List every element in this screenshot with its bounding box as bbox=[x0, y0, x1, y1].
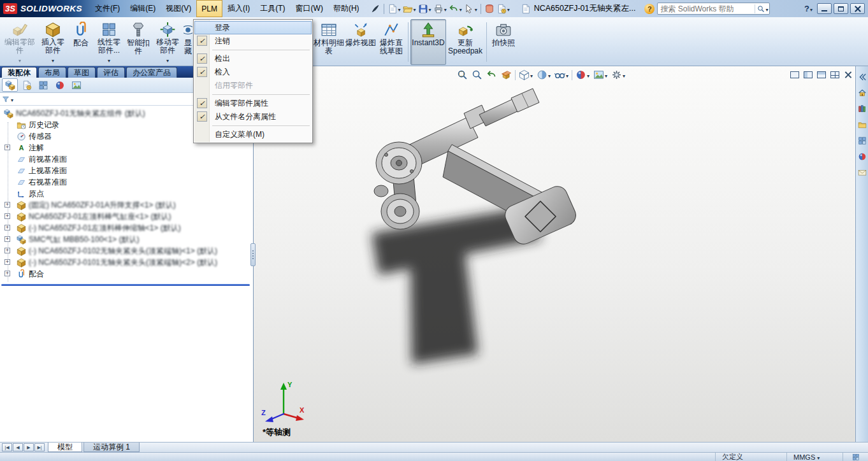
tree-item-right-plane[interactable]: 右视基准面 bbox=[0, 176, 253, 188]
close-button[interactable] bbox=[850, 3, 865, 14]
tree-item-mates[interactable]: 配合 bbox=[0, 268, 253, 280]
menu-file[interactable]: 文件(F) bbox=[90, 0, 125, 17]
menu-item-separate-properties-from-filename[interactable]: 从文件名分离属性 bbox=[194, 110, 312, 124]
collapse-task-pane-icon[interactable] bbox=[858, 73, 867, 82]
expand-icon[interactable] bbox=[4, 248, 10, 253]
menu-window[interactable]: 窗口(W) bbox=[291, 0, 328, 17]
tab-layout[interactable]: 布局 bbox=[38, 67, 66, 78]
tree-item-origin[interactable]: 原点 bbox=[0, 188, 253, 199]
bill-of-materials-button[interactable]: 材料明细表 bbox=[313, 19, 345, 65]
3d-model-canvas[interactable] bbox=[254, 66, 855, 442]
apply-scene-icon[interactable] bbox=[593, 69, 608, 81]
tree-item-component-4[interactable]: SMC气缸 MBB50-100<1> (默认) bbox=[0, 234, 253, 245]
expand-icon[interactable] bbox=[4, 259, 10, 265]
view-orientation-icon[interactable] bbox=[518, 69, 533, 81]
update-speedpak-button[interactable]: 更新 Speedpak bbox=[446, 19, 484, 65]
smart-fasteners-button[interactable]: 智能扣件 bbox=[124, 19, 152, 65]
display-manager-icon[interactable] bbox=[52, 78, 68, 92]
explode-line-sketch-button[interactable]: 爆炸直线草图 bbox=[377, 19, 406, 65]
dimxpert-manager-icon[interactable] bbox=[68, 78, 84, 92]
insert-component-button[interactable]: 插入零部件 bbox=[38, 19, 68, 65]
maximize-button[interactable] bbox=[834, 3, 848, 14]
single-pane-icon[interactable] bbox=[790, 71, 799, 78]
menu-view[interactable]: 视图(V) bbox=[161, 0, 196, 17]
expand-icon[interactable] bbox=[4, 271, 10, 276]
split-left-icon[interactable] bbox=[804, 71, 813, 78]
menu-item-check-in[interactable]: 检入 bbox=[194, 66, 312, 79]
pen-icon[interactable] bbox=[370, 3, 381, 15]
file-properties-icon[interactable] bbox=[496, 3, 510, 15]
panel-splitter-handle[interactable] bbox=[250, 243, 256, 266]
exploded-view-button[interactable]: 爆炸视图 bbox=[345, 19, 377, 65]
linear-pattern-button[interactable]: 线性零部件... bbox=[94, 19, 124, 65]
expand-icon[interactable] bbox=[4, 202, 10, 208]
menu-item-logout[interactable]: 注销 bbox=[194, 34, 312, 48]
show-hidden-components-button[interactable]: 显藏 bbox=[183, 19, 193, 65]
split-top-icon[interactable] bbox=[817, 71, 826, 78]
zoom-fit-icon[interactable] bbox=[456, 69, 468, 81]
mate-button[interactable]: 配合 bbox=[68, 19, 94, 65]
edit-component-button[interactable]: 编辑零部件 bbox=[2, 19, 38, 65]
feature-manager-icon[interactable] bbox=[2, 78, 18, 92]
menu-plm[interactable]: PLM bbox=[196, 0, 222, 17]
menu-tools[interactable]: 工具(T) bbox=[255, 0, 290, 17]
expand-icon[interactable] bbox=[4, 225, 10, 230]
tree-item-component-6[interactable]: (-) NCA650ZFJ-0101无轴夹紧夹头(顶紧端轴)<2> (默认) bbox=[0, 257, 253, 268]
filter-funnel-icon[interactable] bbox=[2, 96, 10, 103]
move-component-button[interactable]: 移动零部件 bbox=[152, 19, 183, 65]
graphics-viewport[interactable]: Y X Z *等轴测 bbox=[254, 66, 855, 442]
resources-home-icon[interactable] bbox=[858, 89, 867, 97]
units-indicator[interactable]: MMGS bbox=[786, 453, 843, 461]
instant3d-button[interactable]: Instant3D bbox=[410, 19, 446, 65]
tab-motion-study-1[interactable]: 运动算例 1 bbox=[83, 443, 140, 452]
tree-item-annotations[interactable]: 注解 bbox=[0, 142, 253, 153]
menu-item-check-out[interactable]: 检出 bbox=[194, 52, 312, 66]
help-icon[interactable] bbox=[644, 4, 655, 14]
design-library-icon[interactable] bbox=[858, 104, 867, 113]
chevron-down-icon[interactable] bbox=[11, 95, 13, 104]
open-folder-icon[interactable] bbox=[402, 3, 417, 15]
plm-vault-icon[interactable] bbox=[484, 3, 495, 15]
tab-model[interactable]: 模型 bbox=[48, 443, 82, 452]
tab-evaluate[interactable]: 评估 bbox=[97, 67, 125, 78]
expand-icon[interactable] bbox=[4, 236, 10, 242]
undo-icon[interactable] bbox=[448, 3, 463, 15]
save-icon[interactable] bbox=[417, 3, 432, 15]
new-document-icon[interactable] bbox=[387, 3, 401, 15]
hide-show-items-icon[interactable] bbox=[554, 69, 569, 81]
edit-appearance-icon[interactable] bbox=[575, 69, 590, 81]
menu-help[interactable]: 帮助(H) bbox=[328, 0, 365, 17]
four-pane-icon[interactable] bbox=[830, 71, 839, 78]
close-pane-icon[interactable] bbox=[844, 71, 852, 79]
help-menu-icon[interactable] bbox=[804, 4, 813, 13]
menu-item-login[interactable]: 登录 bbox=[194, 21, 312, 34]
tree-item-component-5[interactable]: (-) NCA650ZFJ-0102无轴夹紧夹头(顶紧端轴)<1> (默认) bbox=[0, 245, 253, 257]
section-view-icon[interactable] bbox=[500, 69, 512, 81]
quick-tips-icon[interactable] bbox=[843, 453, 868, 461]
tree-item-front-plane[interactable]: 前视基准面 bbox=[0, 153, 253, 165]
tree-item-component-2[interactable]: NCA650ZFJ-01左顶料棒气缸座<1> (默认) bbox=[0, 211, 253, 222]
view-palette-icon[interactable] bbox=[858, 136, 867, 145]
expand-icon[interactable] bbox=[4, 213, 10, 219]
select-cursor-icon[interactable] bbox=[463, 3, 478, 15]
file-explorer-icon[interactable] bbox=[858, 120, 867, 129]
search-icon[interactable] bbox=[755, 4, 768, 13]
property-manager-icon[interactable] bbox=[18, 78, 34, 92]
display-style-icon[interactable] bbox=[536, 69, 551, 81]
last-tab-icon[interactable] bbox=[34, 443, 45, 451]
minimize-button[interactable] bbox=[817, 3, 832, 14]
prev-tab-icon[interactable] bbox=[13, 443, 23, 451]
menu-item-credit-component[interactable]: 信用零部件 bbox=[194, 79, 312, 92]
configuration-manager-icon[interactable] bbox=[35, 78, 51, 92]
expand-icon[interactable] bbox=[4, 145, 10, 150]
first-tab-icon[interactable] bbox=[2, 443, 12, 451]
menu-insert[interactable]: 插入(I) bbox=[222, 0, 255, 17]
appearances-icon[interactable] bbox=[858, 152, 867, 161]
menu-edit[interactable]: 编辑(E) bbox=[125, 0, 161, 17]
zoom-area-icon[interactable] bbox=[471, 69, 483, 81]
search-input[interactable] bbox=[660, 4, 755, 13]
tab-assembly[interactable]: 装配体 bbox=[1, 67, 37, 78]
take-snapshot-button[interactable]: 拍快照 bbox=[489, 19, 518, 65]
menu-item-edit-component-properties[interactable]: 编辑零部件属性 bbox=[194, 97, 312, 110]
print-icon[interactable] bbox=[433, 3, 447, 15]
